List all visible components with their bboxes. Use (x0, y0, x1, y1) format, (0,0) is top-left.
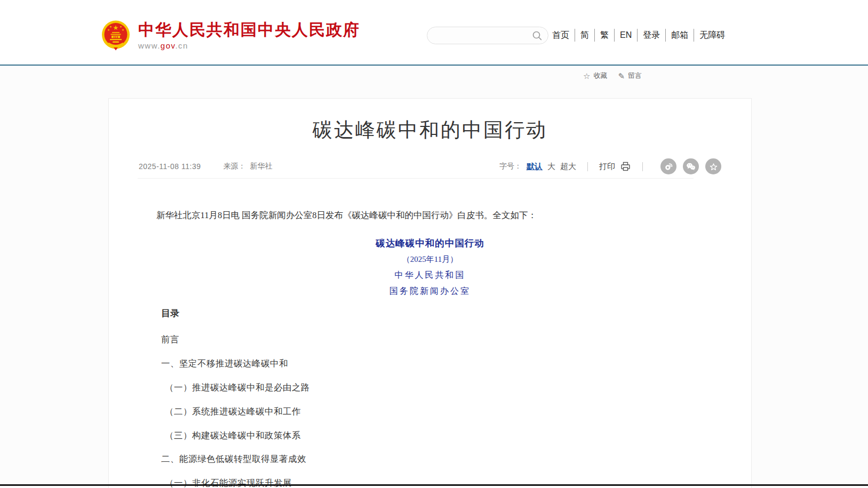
nav-accessibility[interactable]: 无障碍 (694, 29, 730, 42)
font-size-large[interactable]: 大 (547, 162, 555, 172)
font-size-xlarge[interactable]: 超大 (560, 162, 576, 172)
doc-date: （2025年11月） (109, 251, 751, 267)
toc-item: 一、坚定不移推进碳达峰碳中和 (161, 352, 310, 376)
article-card: 碳达峰碳中和的中国行动 2025-11-08 11:39 来源： 新华社 字号：… (108, 98, 752, 488)
doc-org-country: 中华人民共和国 (109, 267, 751, 283)
article-meta: 2025-11-08 11:39 来源： 新华社 字号： 默认 大 超大 打印 (139, 159, 721, 173)
lead-paragraph: 新华社北京11月8日电 国务院新闻办公室8日发布《碳达峰碳中和的中国行动》白皮书… (139, 209, 721, 222)
article-meta-right: 字号： 默认 大 超大 打印 (499, 158, 721, 174)
font-size-default[interactable]: 默认 (527, 162, 543, 172)
site-logo[interactable]: ★ ★ ★ ★ ★ 中华人民共和国中央人民政府 www.gov.cn (101, 20, 360, 51)
toc-item: （二）系统推进碳达峰碳中和工作 (161, 399, 310, 423)
wechat-icon (686, 162, 696, 171)
svg-text:★: ★ (113, 24, 119, 31)
nav-login[interactable]: 登录 (637, 29, 665, 42)
source-label: 来源： (223, 162, 245, 171)
meta-separator (642, 162, 643, 171)
publish-date: 2025-11-08 11:39 (139, 162, 201, 171)
doc-org-office: 国务院新闻办公室 (109, 283, 751, 299)
share-star-icon (709, 162, 718, 171)
national-emblem-icon: ★ ★ ★ ★ ★ (101, 20, 130, 51)
toc-heading: 目录 (161, 307, 179, 319)
nav-english[interactable]: EN (614, 29, 637, 42)
search-box (427, 27, 548, 44)
comment-link[interactable]: ✎ 留言 (618, 71, 642, 81)
weibo-icon (664, 162, 673, 171)
nav-traditional[interactable]: 繁 (594, 29, 614, 42)
nav-simplified[interactable]: 简 (575, 29, 594, 42)
site-title: 中华人民共和国中央人民政府 (138, 20, 360, 39)
toc-item: 前言 (161, 328, 310, 352)
star-icon: ☆ (583, 72, 590, 80)
print-button[interactable]: 打印 (599, 162, 631, 172)
search-icon[interactable] (532, 31, 542, 41)
comment-label: 留言 (628, 71, 642, 81)
favorite-label: 收藏 (593, 71, 607, 81)
source-value: 新华社 (250, 162, 272, 171)
header-divider (0, 65, 868, 66)
meta-divider (138, 178, 694, 179)
page-actions: ☆ 收藏 ✎ 留言 (583, 71, 642, 81)
doc-title: 碳达峰碳中和的中国行动 (109, 235, 751, 251)
footer-top-border (0, 484, 868, 486)
site-url: www.gov.cn (138, 41, 360, 50)
top-nav: 首页 简 繁 EN 登录 邮箱 无障碍 (547, 29, 730, 42)
site-header: ★ ★ ★ ★ ★ 中华人民共和国中央人民政府 www.gov.cn (0, 0, 868, 65)
share-wechat-button[interactable] (683, 158, 699, 174)
article-meta-left: 2025-11-08 11:39 来源： 新华社 (139, 162, 272, 171)
print-label: 打印 (599, 162, 615, 172)
svg-text:★: ★ (107, 28, 110, 31)
toc-item: （一）推进碳达峰碳中和是必由之路 (161, 376, 310, 400)
font-size-label: 字号： (499, 162, 522, 171)
pencil-icon: ✎ (618, 72, 625, 80)
nav-mail[interactable]: 邮箱 (665, 29, 694, 42)
toc-item: 二、能源绿色低碳转型取得显著成效 (161, 447, 310, 471)
share-weibo-button[interactable] (660, 158, 676, 174)
toc-item: （三）构建碳达峰碳中和政策体系 (161, 423, 310, 447)
nav-home[interactable]: 首页 (547, 29, 575, 42)
share-star-button[interactable] (705, 158, 721, 174)
printer-icon (620, 162, 631, 171)
page: ★ ★ ★ ★ ★ 中华人民共和国中央人民政府 www.gov.cn (0, 0, 868, 488)
svg-text:★: ★ (122, 28, 124, 31)
toc-list: 前言 一、坚定不移推进碳达峰碳中和 （一）推进碳达峰碳中和是必由之路 （二）系统… (161, 328, 310, 488)
meta-separator (587, 162, 588, 171)
doc-heading-block: 碳达峰碳中和的中国行动 （2025年11月） 中华人民共和国 国务院新闻办公室 (109, 235, 751, 299)
article-title: 碳达峰碳中和的中国行动 (109, 117, 751, 143)
favorite-link[interactable]: ☆ 收藏 (583, 71, 607, 81)
search-input[interactable] (435, 28, 526, 43)
